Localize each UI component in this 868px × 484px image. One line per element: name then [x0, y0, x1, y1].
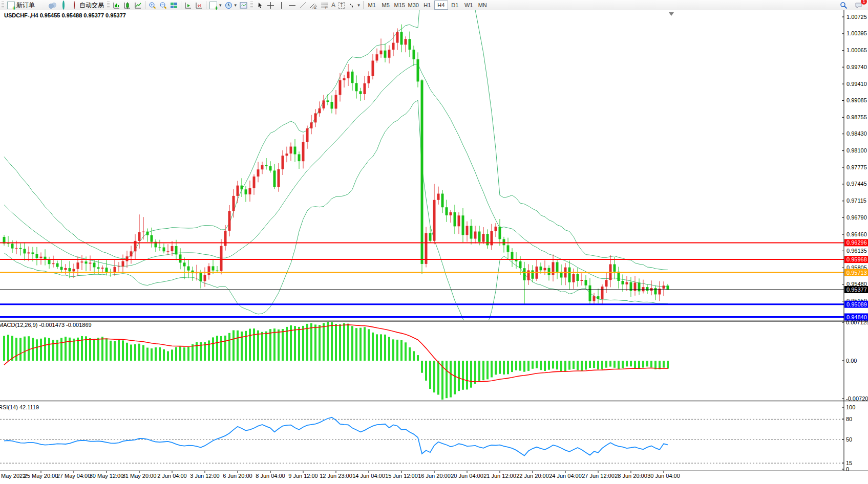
indicators-button[interactable]: + ▾ [208, 1, 223, 10]
candle-body [224, 231, 227, 246]
macd-histogram-bar [167, 351, 169, 361]
vertical-line-tool-button[interactable] [276, 1, 287, 10]
macd-histogram-bar [302, 326, 304, 361]
auto-trading-button[interactable]: 自动交易 [69, 1, 105, 10]
macd-histogram-bar [175, 347, 177, 361]
macd-histogram-bar [470, 361, 472, 388]
candle [257, 162, 260, 182]
toolbar-drag-handle[interactable] [2, 2, 4, 9]
candle [368, 71, 370, 88]
candle-body [396, 32, 399, 43]
macd-histogram-bar [405, 342, 407, 361]
text-tool-button[interactable]: A [330, 1, 337, 10]
candle-body [187, 267, 190, 271]
fibonacci-tool-button[interactable]: F [319, 1, 330, 10]
timeframe-button-m5[interactable]: M5 [379, 1, 393, 10]
rsi-panel[interactable] [0, 417, 844, 463]
candle-body [392, 43, 395, 50]
macd-histogram-bar [224, 336, 226, 361]
candle-body [343, 78, 346, 80]
macd-histogram-bar [491, 361, 493, 378]
cursor-tool-button[interactable] [255, 1, 265, 10]
timeframe-button-mn[interactable]: MN [476, 1, 490, 10]
candle [282, 150, 284, 175]
chart-shift-button[interactable] [194, 1, 204, 10]
candle [278, 163, 280, 192]
macd-histogram-bar [663, 361, 665, 368]
timeframe-button-h1[interactable]: H1 [420, 1, 434, 10]
timeframe-button-m15[interactable]: M15 [393, 1, 407, 10]
candle-body [458, 215, 460, 226]
templates-button[interactable] [238, 1, 249, 10]
search-icon [840, 2, 848, 9]
text-label-tool-button[interactable]: T [337, 1, 346, 10]
candle-body [626, 282, 628, 284]
macd-panel[interactable] [3, 321, 669, 400]
toolbar-drag-handle[interactable] [250, 2, 253, 9]
publish-button[interactable] [47, 1, 58, 10]
auto-scroll-button[interactable] [183, 1, 194, 10]
macd-histogram-bar [196, 342, 198, 361]
candle-body [314, 113, 317, 122]
timeframe-button-h4[interactable]: H4 [434, 1, 448, 10]
candle [3, 235, 6, 246]
macd-histogram-bar [319, 325, 321, 361]
main-panel[interactable] [0, 10, 844, 335]
signals-button[interactable] [58, 1, 69, 10]
new-order-button[interactable]: + 新订单 [6, 1, 36, 10]
candle [294, 139, 297, 162]
search-button[interactable] [838, 1, 849, 10]
candle-body [28, 252, 30, 253]
bar-chart-button[interactable] [111, 1, 122, 10]
candle [536, 259, 538, 281]
chart-canvas[interactable]: 1.007251.003951.000650.997400.994100.990… [0, 10, 868, 484]
timeframe-button-w1[interactable]: W1 [462, 1, 476, 10]
candle [560, 265, 563, 285]
macd-histogram-bar [429, 361, 431, 389]
candle-body [257, 169, 260, 177]
candle-body [417, 59, 419, 81]
chart-shift-marker[interactable] [669, 12, 674, 16]
horizontal-line-tool-button[interactable] [287, 1, 298, 10]
candle [269, 161, 272, 172]
timeframe-button-m1[interactable]: M1 [365, 1, 379, 10]
candle [458, 212, 460, 234]
candle-body [24, 249, 26, 253]
cleanup-button[interactable] [36, 1, 47, 10]
periods-button[interactable]: ▾ [223, 1, 239, 10]
macd-histogram-bar [134, 344, 136, 361]
candle [409, 32, 411, 57]
macd-histogram-bar [454, 361, 456, 394]
macd-histogram-bar [343, 323, 345, 361]
line-chart-button[interactable] [133, 1, 143, 10]
macd-histogram-bar [36, 339, 38, 361]
zoom-out-button[interactable] [158, 1, 168, 10]
candle-body [331, 102, 333, 108]
time-axis-tick-label: 3 Jun 12:00 [190, 473, 220, 479]
time-axis-tick-label: 14 Jun 04:00 [352, 473, 385, 479]
candle-body [73, 269, 75, 272]
candle [7, 236, 10, 247]
candlestick-chart-button[interactable] [122, 1, 133, 10]
macd-histogram-bar [527, 361, 530, 371]
macd-histogram-bar [450, 361, 452, 398]
chat-button[interactable]: 1 [853, 1, 864, 10]
timeframe-button-d1[interactable]: D1 [448, 1, 462, 10]
zoom-in-button[interactable] [147, 1, 158, 10]
tile-windows-button[interactable] [168, 1, 179, 10]
candle-body [605, 280, 608, 287]
timeframe-button-m30[interactable]: M30 [407, 1, 420, 10]
candle [482, 227, 485, 244]
level-price-label: 0.96296 [844, 239, 868, 246]
trendline-tool-button[interactable] [298, 1, 308, 10]
equidistant-channel-tool-button[interactable]: E [308, 1, 319, 10]
candle [65, 264, 67, 275]
candle-body [302, 142, 305, 161]
crosshair-tool-button[interactable] [265, 1, 276, 10]
toolbar-drag-handle[interactable] [107, 2, 110, 9]
arrows-tool-button[interactable]: ▾ [346, 1, 362, 10]
macd-histogram-bar [626, 361, 628, 366]
candle [56, 260, 59, 269]
macd-histogram-bar [446, 361, 448, 398]
price-axis-tick-label: 0.97115 [846, 197, 866, 204]
